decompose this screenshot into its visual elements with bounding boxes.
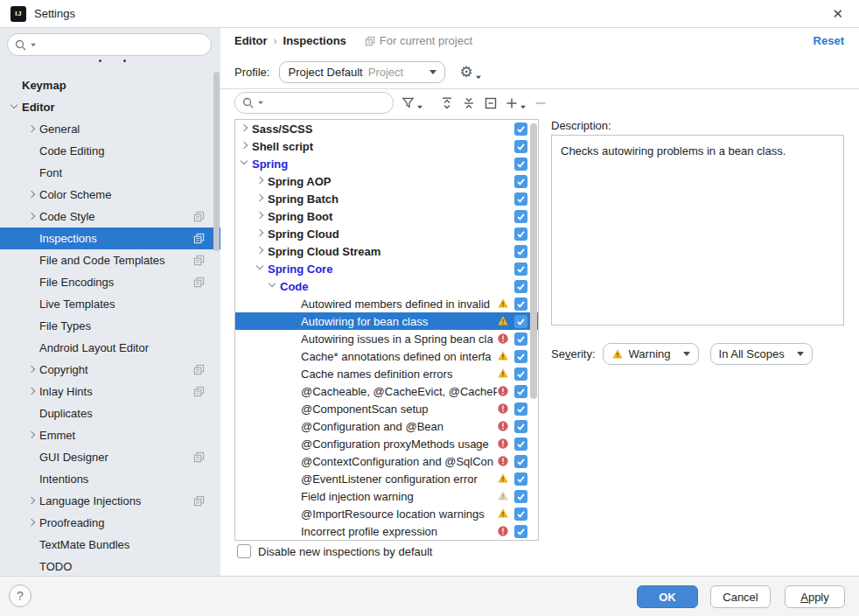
sidebar-item[interactable]: Font [0,162,220,184]
inspection-tree-row[interactable]: @Cacheable, @CacheEvict, @CachePu [235,382,538,400]
inspection-tree-row[interactable]: Autowired members defined in invalid [235,295,538,312]
sidebar-item[interactable]: GUI Designer [0,446,220,468]
inspection-checkbox[interactable] [514,192,527,206]
inspection-checkbox[interactable] [514,490,527,503]
sidebar-search-input[interactable] [37,38,204,52]
inspection-checkbox[interactable] [514,262,527,276]
severity-select[interactable]: Warning [603,343,699,365]
chevron-icon[interactable] [26,518,37,528]
inspection-checkbox[interactable] [514,122,527,136]
sidebar-item[interactable]: TextMate Bundles [0,534,220,556]
sidebar-item[interactable]: Android Layout Editor [0,337,220,359]
inspection-tree-row[interactable]: Spring Core [235,260,538,277]
chevron-icon[interactable] [26,430,37,441]
inspection-tree-row[interactable]: Spring Cloud Stream [235,242,538,260]
help-button[interactable]: ? [9,584,31,607]
inspection-tree-row[interactable]: @ComponentScan setup [235,400,538,417]
sidebar-item[interactable]: File Types [0,315,220,337]
inspection-tree-row[interactable]: Code [235,277,538,295]
disable-new-inspections-checkbox[interactable] [237,544,251,558]
inspection-tree-row[interactable]: Spring Batch [235,190,538,207]
chevron-icon[interactable] [26,365,37,375]
profile-actions-button[interactable]: ⚙ [459,65,481,80]
expand-all-button[interactable] [440,96,454,110]
inspection-checkbox[interactable] [514,298,527,311]
tree-scrollbar[interactable] [530,123,537,399]
inspection-checkbox[interactable] [514,315,527,328]
add-scope-button[interactable] [506,97,527,109]
inspection-tree-row[interactable]: @Configuration proxyMethods usage [235,435,538,452]
inspection-tree-row[interactable]: @ContextConfiguration and @SqlCon [235,452,538,470]
scope-select[interactable]: In All Scopes [710,343,813,365]
chevron-icon[interactable] [26,190,37,200]
sidebar-item[interactable]: Copyright [0,359,220,381]
sidebar-item[interactable]: Language Injections [0,490,220,512]
inspection-tree-row[interactable]: Incorrect profile expression [235,522,538,540]
cancel-button[interactable]: Cancel [710,585,771,608]
remove-scope-button[interactable] [534,97,547,109]
inspection-tree-row[interactable]: Field injection warning [235,487,538,505]
chevron-icon[interactable] [255,263,265,274]
inspection-checkbox[interactable] [514,368,527,381]
filter-button[interactable] [402,96,423,109]
inspection-tree-row[interactable]: @Configuration and @Bean [235,417,538,435]
chevron-icon[interactable] [267,281,277,291]
inspection-tree-row[interactable]: Spring [235,155,538,172]
sidebar-item[interactable]: Editor [0,96,220,118]
inspection-tree-row[interactable]: Spring Cloud [235,225,538,242]
inspection-checkbox[interactable] [514,175,527,188]
inspection-checkbox[interactable] [514,245,527,258]
chevron-icon[interactable] [239,158,249,169]
inspection-tree-row[interactable]: @ImportResource location warnings [235,505,538,522]
inspection-checkbox[interactable] [514,228,527,241]
sidebar-item[interactable]: Emmet [0,424,220,446]
chevron-icon[interactable] [255,176,265,186]
inspection-tree-row[interactable]: Spring AOP [235,172,538,190]
sidebar-item[interactable]: General [0,118,220,140]
inspections-search-box[interactable] [234,92,394,114]
inspection-checkbox[interactable] [514,438,527,451]
inspection-tree-row[interactable]: Cache* annotations defined on interfa [235,347,538,365]
sidebar-item[interactable]: Live Templates [0,293,220,315]
inspection-tree-row[interactable]: @EventListener configuration error [235,470,538,487]
inspection-checkbox[interactable] [514,158,527,171]
sidebar-item[interactable]: Proofreading [0,512,220,534]
chevron-icon[interactable] [26,387,37,397]
inspection-tree-row[interactable]: Spring Boot [235,207,538,225]
sidebar-item[interactable]: TODO [0,556,220,576]
sidebar-search-box[interactable] [7,33,212,56]
chevron-icon[interactable] [255,246,265,256]
sidebar-item[interactable]: Color Scheme [0,184,220,206]
chevron-icon[interactable] [26,212,37,222]
inspection-checkbox[interactable] [514,210,527,223]
chevron-icon[interactable] [239,141,249,151]
sidebar-item[interactable]: Inspections [0,228,220,249]
inspection-checkbox[interactable] [514,140,527,153]
collapse-all-button[interactable] [462,96,476,110]
search-history-caret-icon[interactable] [258,102,263,105]
sidebar-item[interactable]: File and Code Templates [0,249,220,271]
chevron-icon[interactable] [255,211,265,221]
search-history-caret-icon[interactable] [31,43,36,46]
inspection-checkbox[interactable] [514,455,527,468]
chevron-icon[interactable] [255,193,265,204]
ok-button[interactable]: OK [637,585,698,608]
inspection-checkbox[interactable] [514,420,527,433]
close-icon[interactable]: ✕ [827,4,849,24]
inspection-tree-row[interactable]: Shell script [235,137,538,155]
sidebar-item[interactable]: Code Editing [0,140,220,162]
inspection-checkbox[interactable] [514,402,527,416]
inspection-checkbox[interactable] [514,508,527,521]
sidebar-item[interactable]: Code Style [0,206,220,228]
chevron-icon[interactable] [26,496,37,507]
breadcrumb-editor[interactable]: Editor [234,34,268,47]
profile-select[interactable]: Project Default Project [279,61,445,83]
sidebar-item[interactable]: Inlay Hints [0,381,220,402]
inspection-checkbox[interactable] [514,525,527,538]
inspection-tree-row[interactable]: Autowiring issues in a Spring bean cla [235,330,538,347]
chevron-icon[interactable] [255,228,265,239]
inspection-checkbox[interactable] [514,280,527,293]
sidebar-item[interactable]: Intentions [0,468,220,490]
sidebar-item[interactable]: File Encodings [0,271,220,293]
inspections-search-input[interactable] [264,96,386,109]
